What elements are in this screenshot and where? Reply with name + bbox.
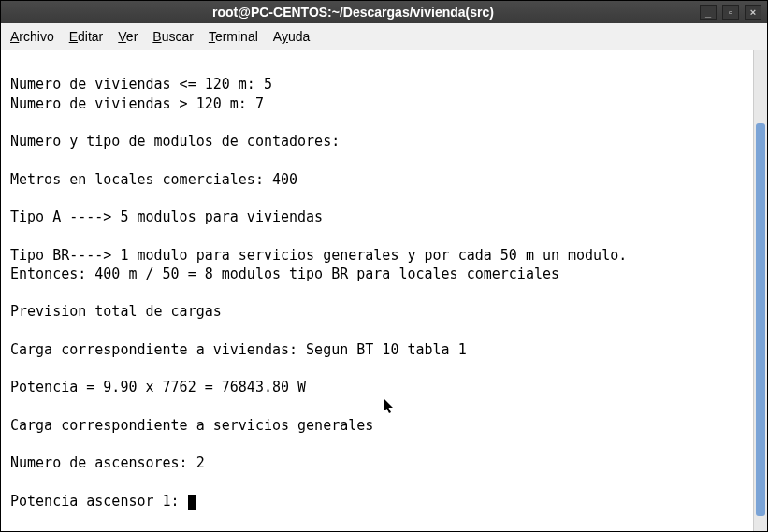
menu-buscar[interactable]: Buscar — [147, 27, 199, 46]
maximize-button[interactable]: ▫ — [722, 5, 739, 20]
terminal-prompt: Potencia ascensor 1: — [10, 493, 188, 510]
menubar: Archivo Editar Ver Buscar Terminal Ayuda — [1, 23, 767, 50]
titlebar[interactable]: root@PC-CENTOS:~/Descargas/vivienda(src)… — [1, 1, 767, 23]
menu-terminal[interactable]: Terminal — [203, 27, 264, 46]
menu-archivo-rest: rchivo — [19, 29, 53, 44]
menu-ver[interactable]: Ver — [112, 27, 143, 46]
window-title: root@PC-CENTOS:~/Descargas/vivienda(src) — [7, 5, 700, 20]
terminal-area: Numero de viviendas <= 120 m: 5 Numero d… — [1, 50, 767, 531]
close-button[interactable]: × — [745, 5, 761, 20]
menu-editar[interactable]: Editar — [64, 27, 109, 46]
menu-terminal-rest: erminal — [215, 29, 258, 44]
menu-ayuda-rest: uda — [288, 29, 310, 44]
menu-ayuda[interactable]: Ayuda — [268, 27, 315, 46]
scrollbar[interactable] — [753, 50, 767, 531]
text-cursor — [188, 495, 196, 510]
terminal-output[interactable]: Numero de viviendas <= 120 m: 5 Numero d… — [1, 50, 753, 531]
minimize-button[interactable]: _ — [700, 5, 717, 20]
terminal-window: root@PC-CENTOS:~/Descargas/vivienda(src)… — [0, 0, 768, 532]
menu-buscar-rest: uscar — [162, 29, 194, 44]
menu-archivo[interactable]: Archivo — [5, 27, 60, 46]
scroll-thumb[interactable] — [756, 123, 765, 516]
menu-ver-rest: er — [126, 29, 138, 44]
window-controls: _ ▫ × — [700, 5, 761, 20]
menu-editar-rest: ditar — [78, 29, 103, 44]
